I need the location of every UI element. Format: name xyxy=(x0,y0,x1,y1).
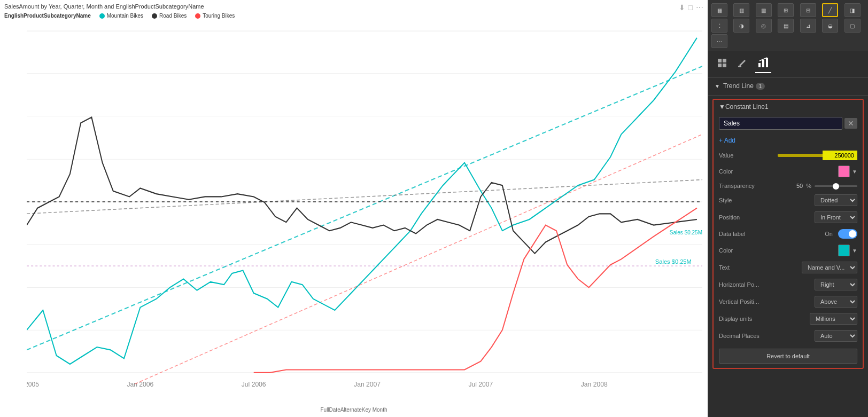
color-value: ▼ xyxy=(778,166,857,177)
chart-outer: Sales $0.25M $0.0M $0.1M $0.2M $0.3M $0.… xyxy=(0,21,708,417)
legend-road: Road Bikes xyxy=(152,13,187,19)
transparency-label: Transparency xyxy=(719,183,778,189)
road-dot xyxy=(152,13,157,19)
svg-text:Jan 2007: Jan 2007 xyxy=(354,381,381,388)
horiz-pos-value: Right Left Center xyxy=(778,279,857,290)
vert-pos-select[interactable]: Above Below xyxy=(815,296,857,308)
value-number-input[interactable] xyxy=(823,151,857,160)
svg-rect-30 xyxy=(718,59,722,62)
gauge-icon[interactable]: ◒ xyxy=(822,19,838,33)
position-value: In Front Behind xyxy=(778,211,857,223)
position-prop-row: Position In Front Behind xyxy=(714,209,863,226)
svg-rect-37 xyxy=(766,58,768,67)
color2-dropdown-arrow[interactable]: ▼ xyxy=(852,248,857,254)
funnel-icon[interactable]: ⊿ xyxy=(800,19,816,33)
transparency-pct: % xyxy=(806,183,811,189)
decimal-places-label: Decimal Places xyxy=(719,333,778,339)
vert-pos-label: Vertical Positi... xyxy=(719,298,778,305)
treemap-icon[interactable]: ▤ xyxy=(778,19,794,33)
x-axis-label: FullDateAlternateKey Month xyxy=(320,407,387,413)
svg-line-28 xyxy=(135,135,702,384)
svg-text:Jul 2007: Jul 2007 xyxy=(468,381,493,388)
more-options-icon[interactable]: ⋯ xyxy=(696,3,703,12)
chart-title: SalesAmount by Year, Quarter, Month and … xyxy=(4,3,703,10)
touring-label: Touring Bikes xyxy=(203,13,235,19)
display-units-select[interactable]: Millions Thousands Billions None xyxy=(810,313,857,325)
data-label-label: Data label xyxy=(719,231,778,237)
legend-mountain: Mountain Bikes xyxy=(99,13,143,19)
100pct-bar-icon[interactable]: ▨ xyxy=(756,3,772,17)
decimal-places-prop-row: Decimal Places Auto 0 1 2 xyxy=(714,327,863,344)
display-units-prop-row: Display units Millions Thousands Billion… xyxy=(714,310,863,327)
vert-pos-prop-row: Vertical Positi... Above Below xyxy=(714,293,863,310)
format-tab[interactable] xyxy=(735,57,750,72)
color-swatch-pink[interactable] xyxy=(838,166,850,177)
data-label-value: On xyxy=(778,229,857,239)
stacked-bar-icon[interactable]: ▥ xyxy=(733,3,749,17)
sales-name-input[interactable] xyxy=(719,117,842,130)
revert-to-default-btn[interactable]: Revert to default xyxy=(719,349,857,364)
line-chart-icon[interactable]: ╱ xyxy=(822,3,838,17)
data-label-prop-row: Data label On xyxy=(714,226,863,242)
transparency-slider[interactable] xyxy=(815,185,857,187)
color2-value: ▼ xyxy=(778,245,857,256)
svg-text:Jul 2005: Jul 2005 xyxy=(27,381,39,388)
touring-dot xyxy=(195,13,200,19)
expand-icon[interactable]: □ xyxy=(688,3,693,12)
sales-close-btn[interactable]: ✕ xyxy=(844,118,857,129)
donut-icon[interactable]: ◎ xyxy=(756,19,772,33)
decimal-places-select[interactable]: Auto 0 1 2 xyxy=(815,330,857,342)
color-swatch-teal[interactable] xyxy=(838,245,850,256)
chart-area: SalesAmount by Year, Quarter, Month and … xyxy=(0,0,708,417)
position-select[interactable]: In Front Behind xyxy=(815,211,857,223)
add-constant-line-btn[interactable]: + Add xyxy=(719,137,735,144)
style-select[interactable]: Dotted Solid Dashed xyxy=(815,194,857,206)
svg-rect-34 xyxy=(738,66,741,67)
card-icon[interactable]: ▢ xyxy=(844,19,861,33)
sales-input-row: ✕ xyxy=(714,114,863,133)
more-viz-icon[interactable]: ⋯ xyxy=(711,34,727,48)
matrix-icon[interactable]: ⊟ xyxy=(800,3,816,17)
value-yellow-block xyxy=(778,154,823,157)
transparency-number: 50 xyxy=(790,183,803,189)
text-select[interactable]: Name and V... Name only Value only xyxy=(802,262,857,273)
scatter-icon[interactable]: ⁚ xyxy=(711,19,727,33)
color2-label: Color xyxy=(719,247,778,254)
table-icon[interactable]: ⊞ xyxy=(778,3,794,17)
text-value: Name and V... Name only Value only xyxy=(778,262,857,273)
constant-line-header[interactable]: ▼ Constant Line 1 xyxy=(714,100,863,114)
constant-line-chevron: ▼ xyxy=(719,103,725,111)
fields-tab[interactable] xyxy=(715,57,730,72)
panel-tabs xyxy=(708,51,868,78)
position-label: Position xyxy=(719,214,778,221)
svg-rect-35 xyxy=(758,63,761,67)
sales-annotation: Sales $0.25M xyxy=(670,230,702,235)
viz-toolbar: ▦ ▥ ▨ ⊞ ⊟ ╱ ◨ ⁚ ◑ ◎ ▤ ⊿ ◒ ▢ ⋯ xyxy=(708,0,868,51)
download-icon[interactable]: ⬇ xyxy=(679,3,685,12)
transparency-slider-thumb[interactable] xyxy=(833,183,839,190)
color2-prop-row: Color ▼ xyxy=(714,242,863,259)
color-dropdown-arrow[interactable]: ▼ xyxy=(852,169,857,175)
vert-pos-value: Above Below xyxy=(778,296,857,308)
display-units-value: Millions Thousands Billions None xyxy=(778,313,857,325)
trend-line-label: Trend Line xyxy=(723,82,754,90)
horiz-pos-select[interactable]: Right Left Center xyxy=(815,279,857,290)
chart-top-icons: ⬇ □ ⋯ xyxy=(679,3,703,12)
trend-line-section[interactable]: ▼ Trend Line 1 xyxy=(708,78,868,94)
road-label: Road Bikes xyxy=(159,13,187,19)
value-prop-row: Value xyxy=(714,148,863,163)
style-label: Style xyxy=(719,197,778,203)
svg-rect-32 xyxy=(718,64,722,67)
display-units-label: Display units xyxy=(719,316,778,322)
text-prop-row: Text Name and V... Name only Value only xyxy=(714,259,863,276)
horiz-pos-prop-row: Horizontal Po... Right Left Center xyxy=(714,276,863,293)
color-prop-row: Color ▼ xyxy=(714,163,863,180)
pie-icon[interactable]: ◑ xyxy=(733,19,749,33)
trend-line-badge: 1 xyxy=(756,83,765,90)
area-chart-icon[interactable]: ◨ xyxy=(844,3,861,17)
analytics-tab[interactable] xyxy=(755,56,771,73)
bar-chart-icon[interactable]: ▦ xyxy=(711,3,727,17)
data-label-toggle[interactable] xyxy=(838,229,857,239)
add-btn-row: + Add xyxy=(714,133,863,148)
value-label: Value xyxy=(719,152,778,159)
